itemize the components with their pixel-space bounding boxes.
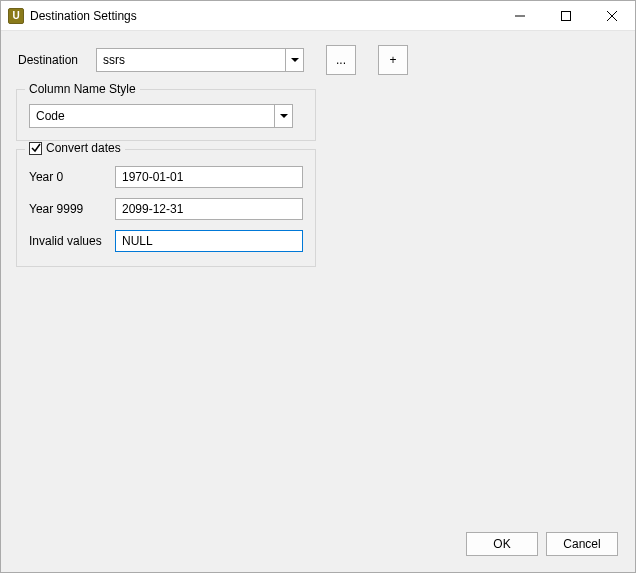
column-name-style-combo[interactable]: Code [29,104,293,128]
year0-row: Year 0 [29,166,303,188]
column-name-style-legend: Column Name Style [25,82,140,96]
svg-marker-4 [291,58,299,62]
window-title: Destination Settings [30,9,137,23]
chevron-down-icon[interactable] [285,49,303,71]
destination-combo[interactable]: ssrs [96,48,304,72]
convert-dates-label: Convert dates [46,141,121,155]
year9999-input[interactable] [115,198,303,220]
invalid-values-label: Invalid values [29,234,115,248]
svg-rect-1 [562,11,571,20]
ok-button[interactable]: OK [466,532,538,556]
invalid-values-row: Invalid values [29,230,303,252]
svg-marker-5 [280,114,288,118]
column-name-style-value: Code [30,109,274,123]
window-controls [497,1,635,30]
convert-dates-legend[interactable]: Convert dates [25,141,125,155]
chevron-down-icon[interactable] [274,105,292,127]
add-button[interactable]: + [378,45,408,75]
maximize-button[interactable] [543,1,589,30]
invalid-values-input[interactable] [115,230,303,252]
year0-label: Year 0 [29,170,115,184]
minimize-button[interactable] [497,1,543,30]
column-name-style-group: Column Name Style Code [16,89,316,141]
convert-dates-group: Convert dates Year 0 Year 9999 Invalid v… [16,149,316,267]
year0-input[interactable] [115,166,303,188]
close-button[interactable] [589,1,635,30]
window: U Destination Settings Destination ssrs [0,0,636,573]
cancel-button[interactable]: Cancel [546,532,618,556]
destination-label: Destination [16,53,88,67]
app-icon: U [8,8,24,24]
browse-button[interactable]: ... [326,45,356,75]
year9999-label: Year 9999 [29,202,115,216]
client-area: Destination ssrs ... + Column Name Style… [1,31,635,572]
year9999-row: Year 9999 [29,198,303,220]
convert-dates-checkbox[interactable] [29,142,42,155]
spacer [16,275,620,528]
titlebar: U Destination Settings [1,1,635,31]
destination-combo-value: ssrs [97,53,285,67]
dialog-footer: OK Cancel [16,528,620,562]
destination-row: Destination ssrs ... + [16,45,620,75]
